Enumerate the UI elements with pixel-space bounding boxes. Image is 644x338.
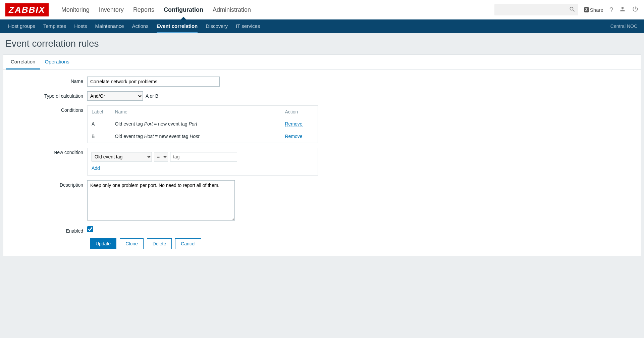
tabs: Correlation Operations <box>3 55 641 70</box>
topnav-configuration[interactable]: Configuration <box>159 0 208 19</box>
add-button[interactable]: Add <box>92 165 100 171</box>
name-input[interactable] <box>87 77 220 87</box>
location-label: Central NOC <box>610 23 640 29</box>
share-badge-icon: Z <box>584 7 589 12</box>
calc-select[interactable]: And/Or <box>87 91 143 101</box>
topbar: ZABBIX Monitoring Inventory Reports Conf… <box>0 0 644 19</box>
remove-button[interactable]: Remove <box>285 121 303 127</box>
page-title: Event correlation rules <box>0 33 644 54</box>
conditions-label: Conditions <box>3 105 87 113</box>
calc-label: Type of calculation <box>3 91 87 99</box>
tab-operations[interactable]: Operations <box>40 55 74 69</box>
cond-th-name: Name <box>111 106 281 118</box>
calc-expression: A or B <box>146 93 158 99</box>
name-label: Name <box>3 77 87 84</box>
subnav-actions[interactable]: Actions <box>128 19 153 33</box>
delete-button[interactable]: Delete <box>147 238 172 249</box>
power-icon[interactable] <box>632 6 639 14</box>
share-button[interactable]: Z Share <box>584 7 603 13</box>
search-icon <box>569 6 576 14</box>
subnav-event-correlation[interactable]: Event correlation <box>153 19 202 33</box>
share-label: Share <box>590 7 603 13</box>
sub-nav: Host groups Templates Hosts Maintenance … <box>0 19 644 33</box>
top-nav: Monitoring Inventory Reports Configurati… <box>57 0 494 19</box>
cond-name-a: Old event tag Port = new event tag Port <box>111 118 281 130</box>
subnav-it-services[interactable]: IT services <box>232 19 264 33</box>
cond-th-label: Label <box>88 106 111 118</box>
topnav-reports[interactable]: Reports <box>128 0 159 19</box>
subnav-hosts[interactable]: Hosts <box>70 19 91 33</box>
help-icon[interactable]: ? <box>609 6 613 14</box>
cancel-button[interactable]: Cancel <box>175 238 201 249</box>
desc-label: Description <box>3 180 87 188</box>
cond-label-a: A <box>88 118 111 130</box>
remove-button[interactable]: Remove <box>285 134 303 139</box>
table-row: B Old event tag Host = new event tag Hos… <box>88 130 318 143</box>
enabled-checkbox[interactable] <box>87 226 93 232</box>
cond-th-action: Action <box>281 106 318 118</box>
subnav-templates[interactable]: Templates <box>39 19 70 33</box>
tab-correlation[interactable]: Correlation <box>6 55 40 69</box>
topright: Z Share ? <box>584 6 639 14</box>
clone-button[interactable]: Clone <box>120 238 144 249</box>
topnav-inventory[interactable]: Inventory <box>94 0 128 19</box>
conditions-table: Label Name Action A Old event tag Port =… <box>87 105 318 143</box>
newcond-label: New condition <box>3 148 87 155</box>
cond-name-b: Old event tag Host = new event tag Host <box>111 130 281 143</box>
cond-label-b: B <box>88 130 111 143</box>
newcond-op-select[interactable]: = <box>154 152 168 161</box>
newcond-type-select[interactable]: Old event tag <box>92 152 152 161</box>
topnav-administration[interactable]: Administration <box>208 0 256 19</box>
table-row: A Old event tag Port = new event tag Por… <box>88 118 318 130</box>
topnav-monitoring[interactable]: Monitoring <box>57 0 94 19</box>
form: Name Type of calculation And/Or A or B C… <box>3 70 641 256</box>
newcond-tag-input[interactable] <box>170 152 237 161</box>
user-icon[interactable] <box>619 6 626 14</box>
subnav-discovery[interactable]: Discovery <box>202 19 232 33</box>
panel: Correlation Operations Name Type of calc… <box>3 54 641 256</box>
description-textarea[interactable]: Keep only one problem per port. No need … <box>87 180 235 221</box>
update-button[interactable]: Update <box>90 238 116 249</box>
subnav-maintenance[interactable]: Maintenance <box>91 19 128 33</box>
logo: ZABBIX <box>5 3 49 16</box>
button-row: Update Clone Delete Cancel <box>90 238 641 249</box>
search-input[interactable] <box>494 4 578 15</box>
enabled-label: Enabled <box>3 226 87 234</box>
subnav-host-groups[interactable]: Host groups <box>4 19 39 33</box>
newcond-box: Old event tag = Add <box>87 148 318 176</box>
